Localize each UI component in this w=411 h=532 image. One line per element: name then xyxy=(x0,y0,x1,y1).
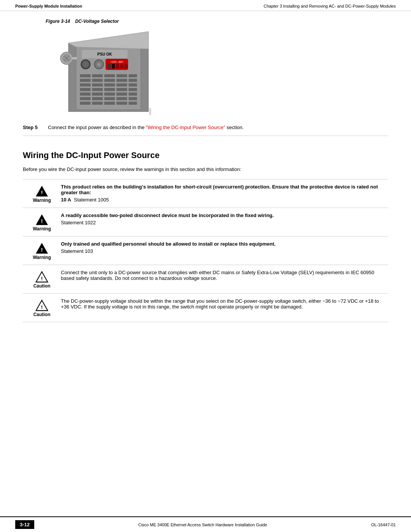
svg-rect-27 xyxy=(92,83,103,86)
svg-rect-25 xyxy=(129,79,137,82)
svg-rect-22 xyxy=(92,79,103,82)
svg-rect-55 xyxy=(72,57,77,59)
svg-rect-12 xyxy=(112,64,115,69)
svg-marker-2 xyxy=(68,32,148,49)
svg-rect-34 xyxy=(116,88,127,91)
svg-rect-44 xyxy=(116,97,127,100)
warning-content-3: Only trained and qualified personnel sho… xyxy=(61,241,388,254)
svg-rect-40 xyxy=(129,93,137,96)
footer-center-text: Cisco ME 3400E Ethernet Access Switch Ha… xyxy=(138,522,267,527)
warning-icon-2: ! xyxy=(35,213,48,226)
warning-label-1: Warning xyxy=(33,198,51,203)
svg-text:280824: 280824 xyxy=(149,108,151,115)
figure-container: Figure 3-14 DC-Voltage Selector PSU OK xyxy=(46,19,388,115)
page-footer: 3-12 Cisco ME 3400E Ethernet Access Swit… xyxy=(0,516,411,532)
page-header: Power-Supply Module Installation Chapter… xyxy=(0,0,411,11)
svg-rect-33 xyxy=(104,88,115,91)
svg-rect-37 xyxy=(92,93,103,96)
warning-title-3: Only trained and qualified personnel sho… xyxy=(61,241,388,247)
svg-rect-18 xyxy=(104,74,115,77)
svg-point-6 xyxy=(83,61,89,67)
caution-left-1: ! Caution xyxy=(23,270,61,289)
figure-caption: Figure 3-14 DC-Voltage Selector xyxy=(46,19,119,24)
svg-rect-29 xyxy=(116,83,127,86)
caution-body-1: Connect the unit only to a DC-power sour… xyxy=(61,270,388,281)
svg-rect-13 xyxy=(116,64,119,69)
svg-rect-38 xyxy=(104,93,115,96)
header-section-label: Power-Supply Module Installation xyxy=(15,4,82,8)
svg-text:!: ! xyxy=(41,189,43,196)
svg-rect-47 xyxy=(92,102,103,105)
svg-text:⊕: ⊕ xyxy=(97,61,101,67)
dc-input-link[interactable]: "Wiring the DC-Input Power Source" xyxy=(146,125,225,130)
warning-title-2: A readily accessible two-poled disconnec… xyxy=(61,212,388,218)
svg-rect-28 xyxy=(104,83,115,86)
figure-image: PSU OK ⊕ +24V -48V xyxy=(46,28,160,115)
svg-text:!: ! xyxy=(41,304,43,310)
svg-rect-42 xyxy=(92,97,103,100)
warning-icon-3: ! xyxy=(35,242,48,255)
footer-page-number: 3-12 xyxy=(15,520,34,529)
warning-left-3: ! Warning xyxy=(23,241,61,260)
svg-rect-17 xyxy=(92,74,103,77)
warning-content-2: A readily accessible two-poled disconnec… xyxy=(61,212,388,225)
warning-label-2: Warning xyxy=(33,226,51,232)
caution-icon-2: ! xyxy=(35,299,48,312)
warning-body-2: Statement 1022 xyxy=(61,220,388,225)
svg-rect-24 xyxy=(116,79,127,82)
caution-content-1: Connect the unit only to a DC-power sour… xyxy=(61,270,388,281)
caution-content-2: The DC-power-supply voltage should be wi… xyxy=(61,298,388,310)
svg-text:!: ! xyxy=(41,246,43,253)
svg-rect-41 xyxy=(80,97,91,100)
step-5-text: Connect the input power as described in … xyxy=(48,125,388,130)
intro-text: Before you wire the DC-input power sourc… xyxy=(23,166,388,172)
svg-text:+24V -48V: +24V -48V xyxy=(110,61,123,63)
step-5-row: Step 5 Connect the input power as descri… xyxy=(23,125,388,136)
warning-body-1: 10 A Statement 1005 xyxy=(61,197,388,203)
caution-label-2: Caution xyxy=(33,312,51,317)
caution-label-1: Caution xyxy=(33,283,51,289)
footer-right-text: OL-16447-01 xyxy=(371,522,396,527)
svg-rect-45 xyxy=(129,97,137,100)
svg-rect-11 xyxy=(108,64,111,69)
svg-rect-30 xyxy=(129,83,137,86)
svg-rect-16 xyxy=(80,74,91,77)
caution-left-2: ! Caution xyxy=(23,298,61,317)
svg-rect-19 xyxy=(116,74,127,77)
step-5-label: Step 5 xyxy=(23,125,42,130)
svg-rect-48 xyxy=(104,102,115,105)
svg-rect-26 xyxy=(80,83,91,86)
svg-text:!: ! xyxy=(41,218,43,224)
page: Power-Supply Module Installation Chapter… xyxy=(0,0,411,532)
warning-block-2: ! Warning A readily accessible two-poled… xyxy=(23,208,388,236)
warning-block-1: ! Warning This product relies on the bui… xyxy=(23,179,388,208)
section-heading: Wiring the DC-Input Power Source xyxy=(23,147,388,160)
warning-left-1: ! Warning xyxy=(23,184,61,203)
caution-body-2: The DC-power-supply voltage should be wi… xyxy=(61,298,388,310)
header-chapter-label: Chapter 3 Installing and Removing AC- an… xyxy=(264,4,396,8)
svg-text:PSU OK: PSU OK xyxy=(97,52,112,56)
svg-rect-21 xyxy=(80,79,91,82)
svg-rect-32 xyxy=(92,88,103,91)
svg-rect-14 xyxy=(120,64,123,69)
warning-body-3: Statement 103 xyxy=(61,248,388,254)
warning-label-3: Warning xyxy=(33,255,51,260)
main-content: Figure 3-14 DC-Voltage Selector PSU OK xyxy=(0,11,411,516)
caution-icon-1: ! xyxy=(35,270,48,283)
warning-icon-1: ! xyxy=(35,185,48,198)
svg-rect-46 xyxy=(80,102,91,105)
svg-rect-31 xyxy=(80,88,91,91)
warning-title-1: This product relies on the building's in… xyxy=(61,184,388,195)
warning-block-3: ! Warning Only trained and qualified per… xyxy=(23,236,388,265)
svg-rect-20 xyxy=(129,74,137,77)
svg-rect-43 xyxy=(104,97,115,100)
svg-rect-15 xyxy=(124,64,127,69)
caution-block-1: ! Caution Connect the unit only to a DC-… xyxy=(23,265,388,293)
svg-rect-39 xyxy=(116,93,127,96)
warning-left-2: ! Warning xyxy=(23,212,61,232)
svg-text:!: ! xyxy=(41,276,43,281)
svg-rect-50 xyxy=(129,102,137,105)
svg-rect-23 xyxy=(104,79,115,82)
svg-rect-35 xyxy=(129,88,137,91)
caution-block-2: ! Caution The DC-power-supply voltage sh… xyxy=(23,293,388,322)
